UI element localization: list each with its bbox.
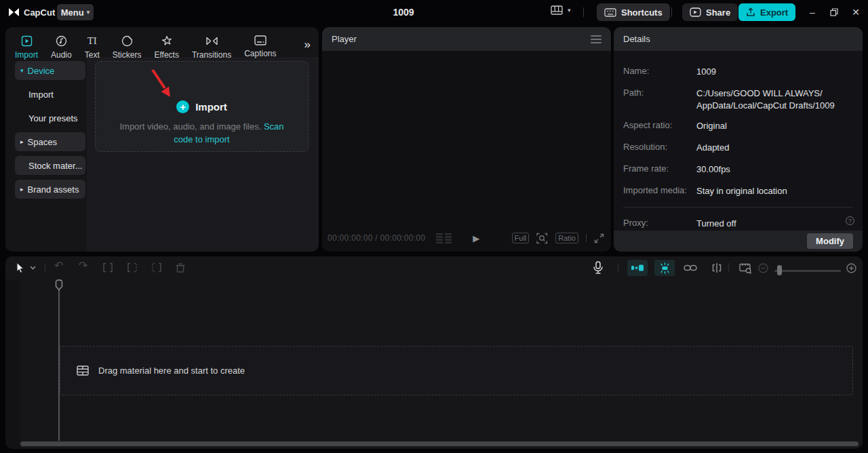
frame-step-icon xyxy=(436,233,452,243)
plus-circle-icon: + xyxy=(176,100,189,113)
share-icon xyxy=(690,7,701,17)
delete-button[interactable] xyxy=(175,262,186,273)
undo-button[interactable]: ↶ xyxy=(54,260,63,271)
shortcuts-button[interactable]: Shortcuts xyxy=(597,3,670,21)
detail-row-name: Name: 1009 xyxy=(623,66,842,78)
details-title: Details xyxy=(623,34,650,44)
tab-audio[interactable]: Audio xyxy=(51,31,72,60)
caret-right-icon: ▸ xyxy=(20,186,24,193)
effects-tab-icon xyxy=(161,35,173,47)
import-description: Import video, audio, and image files. Sc… xyxy=(96,120,308,146)
help-icon[interactable]: ? xyxy=(846,216,854,225)
modify-button[interactable]: Modify xyxy=(807,233,853,249)
ratio-button[interactable]: Ratio xyxy=(555,233,578,243)
tab-transitions[interactable]: Transitions xyxy=(192,31,231,60)
tab-stickers[interactable]: Stickers xyxy=(113,31,142,60)
expand-tabs-button[interactable]: » xyxy=(304,38,311,52)
timeline-scrollbar[interactable] xyxy=(20,441,859,446)
sidebar-item-spaces[interactable]: ▸ Spaces xyxy=(15,132,85,151)
player-menu-icon[interactable] xyxy=(591,35,601,43)
close-button[interactable]: ✕ xyxy=(847,3,865,21)
divider xyxy=(45,263,45,273)
player-controls: 00:00:00:00 / 00:00:00:00 ▶ Full Ratio xyxy=(328,224,604,252)
zoom-in-button[interactable] xyxy=(846,263,856,273)
details-header: Details xyxy=(614,27,863,51)
record-voiceover-button[interactable] xyxy=(593,261,604,275)
timecode: 00:00:00:00 / 00:00:00:00 xyxy=(328,233,425,243)
player-view-controls: Full Ratio xyxy=(512,233,604,244)
chevron-down-icon: ▾ xyxy=(568,7,571,14)
sidebar-item-brand-assets[interactable]: ▸ Brand assets xyxy=(15,180,85,199)
app-name: CapCut xyxy=(24,7,55,18)
cursor-tool-dropdown[interactable] xyxy=(30,266,36,270)
trim-right-button[interactable] xyxy=(151,262,163,273)
sidebar-item-stock-materials[interactable]: Stock mater... xyxy=(15,156,85,175)
restore-button[interactable] xyxy=(825,3,843,21)
tab-import[interactable]: Import xyxy=(15,31,38,60)
red-pointer-arrow xyxy=(147,66,177,101)
title-bar: CapCut Menu ▾ 1009 ▾ Shortcuts Share Exp… xyxy=(0,0,868,24)
captions-tab-icon xyxy=(254,35,267,45)
detail-row-frame-rate: Frame rate: 30.00fps xyxy=(623,163,842,176)
main-track-magnet-toggle[interactable] xyxy=(627,260,648,276)
tab-text[interactable]: TI Text xyxy=(85,31,100,60)
divider xyxy=(586,234,587,242)
detail-row-proxy: Proxy: Turned off xyxy=(623,218,842,230)
menu-button[interactable]: Menu ▾ xyxy=(57,4,94,20)
layout-icon xyxy=(551,5,563,15)
filmstrip-icon xyxy=(77,366,89,376)
timeline-zoom-slider[interactable] xyxy=(774,270,841,272)
zoom-out-button[interactable] xyxy=(758,263,768,273)
export-button[interactable]: Export xyxy=(738,3,795,21)
details-footer: Modify xyxy=(614,231,863,252)
playhead-handle[interactable] xyxy=(55,279,63,291)
sidebar-item-your-presets[interactable]: Your presets xyxy=(15,109,85,127)
project-title: 1009 xyxy=(376,0,431,24)
media-sidebar: ▾ Device Import Your presets ▸ Spaces St… xyxy=(15,61,85,199)
timeline-zoom-slider-handle[interactable] xyxy=(777,265,782,275)
share-button[interactable]: Share xyxy=(682,3,738,21)
import-dropzone[interactable]: + Import Import video, audio, and image … xyxy=(95,61,309,152)
player-panel: Player 00:00:00:00 / 00:00:00:00 ▶ Full … xyxy=(322,27,611,252)
detail-row-resolution: Resolution: Adapted xyxy=(623,142,842,154)
import-action[interactable]: + Import xyxy=(96,100,308,113)
timeline-dropzone[interactable]: Drag material here and start to create xyxy=(60,346,853,395)
detail-row-aspect-ratio: Aspect ratio: Original xyxy=(623,120,842,132)
app-logo: CapCut xyxy=(8,0,55,24)
track-gutter xyxy=(5,279,20,449)
minimize-button[interactable]: – xyxy=(804,3,821,21)
caret-right-icon: ▸ xyxy=(20,139,24,145)
media-panel: Import Audio TI Text Stickers Effects xyxy=(5,27,319,252)
sidebar-item-device[interactable]: ▾ Device xyxy=(15,61,85,80)
sidebar-item-import[interactable]: Import xyxy=(15,85,85,104)
divider xyxy=(728,263,729,273)
timeline-panel: ↶ ↷ xyxy=(5,256,863,449)
fullscreen-icon[interactable] xyxy=(594,233,604,243)
trim-left-button[interactable] xyxy=(126,262,138,273)
full-view-button[interactable]: Full xyxy=(512,233,530,243)
layout-switcher-button[interactable]: ▾ xyxy=(551,5,571,15)
media-tab-bar: Import Audio TI Text Stickers Effects xyxy=(15,31,277,60)
play-button[interactable]: ▶ xyxy=(473,233,479,243)
preview-axis-toggle[interactable] xyxy=(654,260,675,276)
link-materials-button[interactable] xyxy=(684,264,697,272)
export-icon xyxy=(746,7,755,17)
player-header: Player xyxy=(322,27,611,51)
tab-effects[interactable]: Effects xyxy=(154,31,178,60)
timeline-empty-text: Drag material here and start to create xyxy=(98,366,245,376)
cursor-tool-button[interactable] xyxy=(15,262,26,274)
auto-insert-button[interactable] xyxy=(711,262,723,273)
import-title: Import xyxy=(195,101,227,113)
details-panel: Details Name: 1009 Path: C:/Users/GOOD W… xyxy=(614,27,863,252)
capcut-logo-icon xyxy=(8,7,20,17)
redo-button[interactable]: ↷ xyxy=(79,260,87,271)
tab-captions[interactable]: Captions xyxy=(244,31,276,60)
stickers-tab-icon xyxy=(121,35,133,47)
transitions-tab-icon xyxy=(205,35,218,47)
fit-timeline-button[interactable] xyxy=(739,262,752,274)
keyboard-icon xyxy=(604,8,616,17)
split-button[interactable] xyxy=(102,262,114,273)
zoom-fit-icon[interactable] xyxy=(536,233,548,244)
text-tab-icon: TI xyxy=(87,35,97,47)
divider xyxy=(623,207,853,208)
